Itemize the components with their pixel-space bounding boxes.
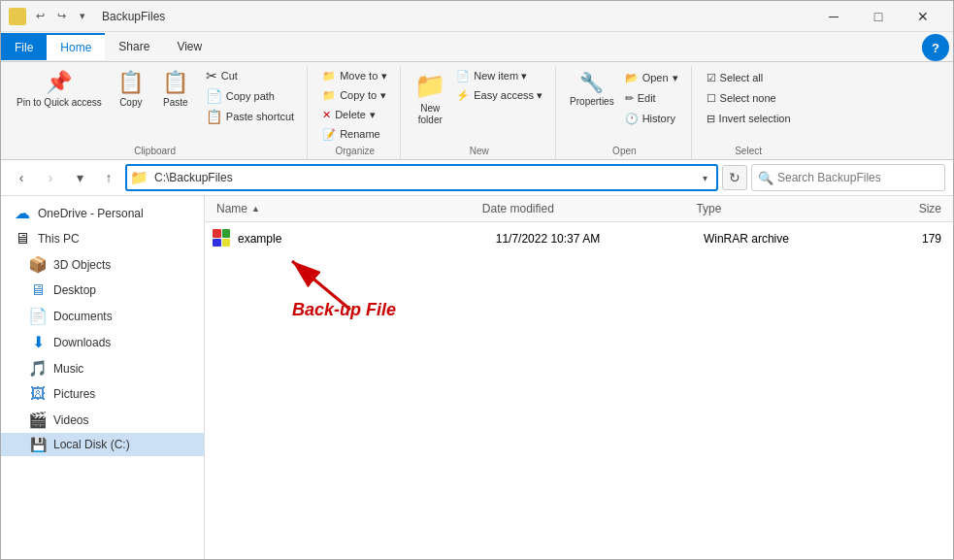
delete-icon: ✕ <box>322 109 331 121</box>
history-button[interactable]: 🕐 History <box>620 109 683 128</box>
address-bar: ‹ › ▾ ↑ 📁 ▾ ↻ 🔍 <box>1 160 953 196</box>
open-items: 🔧 Properties 📂 Open ▾ ✏ Edit <box>566 66 683 144</box>
delete-dropdown-icon: ▾ <box>370 109 376 121</box>
select-none-button[interactable]: ☐ Select none <box>702 88 796 108</box>
folder-icon: 📁 <box>130 169 148 186</box>
ribbon: File Home Share View ? 📌 Pin to Quick ac… <box>1 32 953 160</box>
backup-label: Back-up File <box>292 300 396 320</box>
rename-button[interactable]: 📝 Rename <box>317 124 392 144</box>
desktop-icon: 🖥 <box>28 281 48 299</box>
forward-button[interactable]: › <box>38 165 63 190</box>
cut-button[interactable]: ✂ Cut <box>201 66 299 85</box>
ribbon-group-select: ☑ Select all ☐ Select none ⊟ Invert sele… <box>694 66 804 159</box>
properties-button[interactable]: 🔧 Properties <box>566 66 618 124</box>
sidebar-item-desktop[interactable]: 🖥 Desktop <box>1 278 204 303</box>
file-size: 179 <box>858 230 945 247</box>
qat-redo[interactable]: ↪ <box>51 7 71 26</box>
search-input[interactable] <box>777 171 938 184</box>
tab-share[interactable]: Share <box>105 34 163 59</box>
qat-customize[interactable]: ▾ <box>73 7 92 26</box>
pin-to-quick-access-button[interactable]: 📌 Pin to Quick access <box>11 66 108 124</box>
paste-shortcut-icon: 📋 <box>206 109 222 124</box>
open-button[interactable]: 📂 Open ▾ <box>620 68 683 87</box>
up-button[interactable]: ↑ <box>96 165 121 190</box>
paste-button[interactable]: 📋 Paste <box>154 66 197 124</box>
new-folder-button[interactable]: 📁 New folder <box>411 66 449 124</box>
new-items: 📁 New folder 📄 New item ▾ ⚡ Easy access … <box>411 66 547 144</box>
tab-view[interactable]: View <box>163 34 215 59</box>
new-label: New <box>470 144 489 159</box>
sidebar-item-local-disk[interactable]: 💾 Local Disk (C:) <box>1 433 204 456</box>
paste-shortcut-button[interactable]: 📋 Paste shortcut <box>201 107 299 126</box>
easy-access-button[interactable]: ⚡ Easy access ▾ <box>451 85 547 105</box>
clipboard-items: 📌 Pin to Quick access 📋 Copy 📋 Paste <box>11 66 299 144</box>
file-list-content: example 11/7/2022 10:37 AM WinRAR archiv… <box>205 222 953 559</box>
ribbon-tabs-row: File Home Share View ? <box>1 32 953 62</box>
select-none-icon: ☐ <box>707 92 716 105</box>
sidebar-item-music[interactable]: 🎵 Music <box>1 355 204 381</box>
help-button[interactable]: ? <box>922 34 949 61</box>
pin-icon: 📌 <box>46 70 72 95</box>
rename-icon: 📝 <box>322 128 336 141</box>
copy-path-icon: 📄 <box>206 88 222 104</box>
search-icon: 🔍 <box>758 171 773 185</box>
move-to-icon: 📁 <box>322 70 336 82</box>
ribbon-group-clipboard: 📌 Pin to Quick access 📋 Copy 📋 Paste <box>3 66 308 159</box>
invert-selection-button[interactable]: ⊟ Invert selection <box>702 109 796 128</box>
sort-arrow-icon: ▲ <box>251 204 260 214</box>
scissors-icon: ✂ <box>206 68 217 83</box>
downloads-icon: ⬇ <box>28 333 48 351</box>
arrow-annotation <box>263 242 379 322</box>
sidebar-item-this-pc[interactable]: 🖥 This PC <box>1 226 204 251</box>
address-folder-icon: 📁 <box>127 166 150 189</box>
sidebar-item-3d-objects[interactable]: 📦 3D Objects <box>1 251 204 278</box>
organize-items: 📁 Move to ▾ 📁 Copy to ▾ ✕ Delete ▾ <box>317 66 392 144</box>
table-row[interactable]: example 11/7/2022 10:37 AM WinRAR archiv… <box>205 226 953 251</box>
clipboard-label: Clipboard <box>134 144 176 159</box>
file-name[interactable]: example <box>238 230 492 247</box>
edit-button[interactable]: ✏ Edit <box>620 88 683 108</box>
ribbon-group-open: 🔧 Properties 📂 Open ▾ ✏ Edit <box>558 66 692 159</box>
sidebar-item-videos[interactable]: 🎬 Videos <box>1 407 204 433</box>
select-all-button[interactable]: ☑ Select all <box>702 68 796 87</box>
qat-undo[interactable]: ↩ <box>30 7 49 26</box>
refresh-button[interactable]: ↻ <box>722 165 747 190</box>
sidebar-item-downloads[interactable]: ⬇ Downloads <box>1 329 204 355</box>
sidebar-item-documents[interactable]: 📄 Documents <box>1 303 204 329</box>
file-area: Name ▲ Date modified Type Size <box>205 196 953 559</box>
back-button[interactable]: ‹ <box>9 165 34 190</box>
recent-locations-button[interactable]: ▾ <box>67 165 92 190</box>
sidebar-item-pictures[interactable]: 🖼 Pictures <box>1 381 204 407</box>
new-item-button[interactable]: 📄 New item ▾ <box>451 66 547 85</box>
copy-to-button[interactable]: 📁 Copy to ▾ <box>317 85 392 105</box>
organize-label: Organize <box>335 144 375 159</box>
videos-icon: 🎬 <box>28 411 48 429</box>
move-to-button[interactable]: 📁 Move to ▾ <box>317 66 392 85</box>
local-disk-icon: 💾 <box>28 437 48 452</box>
minimize-button[interactable]: ─ <box>811 1 856 32</box>
delete-button[interactable]: ✕ Delete ▾ <box>317 105 392 124</box>
paste-icon: 📋 <box>162 70 188 95</box>
address-dropdown[interactable]: ▾ <box>693 164 716 191</box>
column-name[interactable]: Name ▲ <box>213 200 478 217</box>
copy-to-icon: 📁 <box>322 89 336 102</box>
search-box[interactable]: 🔍 <box>751 164 945 191</box>
music-icon: 🎵 <box>28 359 48 378</box>
history-icon: 🕐 <box>625 113 639 125</box>
copy-path-button[interactable]: 📄 Copy path <box>201 86 299 106</box>
ribbon-group-new: 📁 New folder 📄 New item ▾ ⚡ Easy access … <box>403 66 556 159</box>
copy-button[interactable]: 📋 Copy <box>110 66 152 124</box>
invert-selection-icon: ⊟ <box>707 113 715 125</box>
column-size[interactable]: Size <box>855 200 945 217</box>
file-list-header: Name ▲ Date modified Type Size <box>205 196 953 222</box>
close-button[interactable]: ✕ <box>901 1 945 32</box>
window-controls: ─ □ ✕ <box>811 1 945 32</box>
column-type[interactable]: Type <box>692 200 854 217</box>
maximize-button[interactable]: □ <box>856 1 901 32</box>
sidebar-item-onedrive[interactable]: ☁ OneDrive - Personal <box>1 200 204 226</box>
tab-home[interactable]: Home <box>47 33 105 60</box>
address-input[interactable] <box>150 171 693 184</box>
column-date[interactable]: Date modified <box>478 200 693 217</box>
tab-file[interactable]: File <box>1 33 47 60</box>
address-box[interactable]: 📁 ▾ <box>125 164 718 191</box>
